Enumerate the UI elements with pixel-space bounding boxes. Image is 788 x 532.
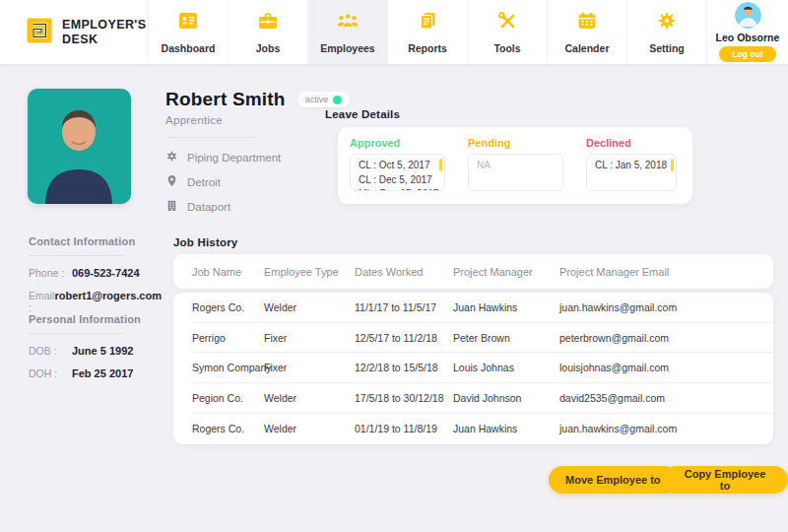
leave-item: CL : Jan 5, 2018 (595, 159, 668, 173)
nav-label: Jobs (256, 42, 281, 54)
doh-row: DOH : Feb 25 2017 (29, 367, 162, 379)
divider (29, 255, 124, 256)
nav-item-dashboard[interactable]: Dashboard (148, 0, 228, 64)
calendar-icon (575, 10, 599, 35)
location-label: Detroit (187, 176, 221, 188)
table-cell: Pegion Co. (192, 392, 264, 404)
nav-item-setting[interactable]: Setting (626, 0, 706, 64)
logout-button[interactable]: Log out (719, 46, 775, 62)
table-cell: 17/5/18 to 30/12/18 (355, 392, 453, 404)
nav-label: Setting (649, 42, 685, 54)
table-row: PerrigoFixer12/5/17 to 11/2/18Peter Brow… (192, 323, 773, 354)
column-header-project-manager-email: Project Manager Email (559, 266, 773, 278)
company-row: Dataport (165, 198, 281, 216)
table-cell: 11/1/17 to 11/5/17 (355, 301, 453, 313)
brand-logo[interactable]: EMPLOYER'S DESK (0, 0, 148, 64)
approved-leave-column: Approved CL : Oct 5, 2017CL : Dec 5, 201… (350, 137, 445, 191)
employee-meta: Piping Department Detroit (165, 149, 281, 216)
table-row: Pegion Co.Welder17/5/18 to 30/12/18David… (192, 383, 773, 414)
table-cell: 01/1/19 to 11/8/19 (355, 423, 453, 434)
table-cell: peterbrown@gmail.com (559, 332, 773, 344)
phone-value: 069-523-7424 (72, 267, 140, 279)
nav-item-calender[interactable]: Calender (547, 0, 626, 64)
scrollbar-thumb[interactable] (671, 159, 674, 171)
brand-name: EMPLOYER'S DESK (62, 18, 146, 47)
table-cell: Peter Brown (453, 332, 559, 344)
location-row: Detroit (165, 173, 281, 191)
brand-maze-icon (26, 17, 53, 48)
nav-label: Tools (493, 42, 520, 54)
table-cell: juan.hawkins@gmail.com (559, 423, 773, 434)
dob-row: DOB : June 5 1992 (29, 345, 162, 357)
move-employee-button[interactable]: Move Employee to (549, 466, 678, 494)
nav-label: Reports (408, 42, 447, 54)
status-label: active (305, 95, 329, 104)
nav-label: Employees (320, 42, 374, 54)
user-account-section: Leo Obsorne Log out (706, 0, 788, 64)
department-label: Piping Department (187, 152, 281, 164)
pending-label: Pending (468, 137, 563, 149)
table-cell: Welder (264, 392, 355, 404)
leave-item: ML : Dec 15, 2017 (359, 187, 436, 191)
declined-label: Declined (586, 137, 677, 149)
nav-item-jobs[interactable]: Jobs (228, 0, 307, 64)
company-label: Dataport (187, 201, 230, 213)
status-badge: active (297, 92, 351, 107)
table-cell: Welder (264, 301, 355, 313)
active-status-dot (333, 96, 342, 104)
dob-value: June 5 1992 (72, 345, 133, 357)
copy-employee-button[interactable]: Copy Employee to (662, 466, 788, 494)
table-cell: Welder (264, 423, 355, 434)
leave-item: CL : Oct 5, 2017 (359, 159, 436, 173)
gear-icon (655, 10, 679, 35)
employee-job-title: Apprentice (165, 114, 223, 126)
pending-leave-column: Pending NA (468, 137, 563, 191)
scrollbar-thumb[interactable] (439, 159, 442, 171)
leave-item: NA (477, 159, 555, 173)
nav-item-reports[interactable]: Reports (387, 0, 467, 64)
leave-item: CL : Dec 5, 2017 (359, 173, 436, 188)
column-header-job-name: Job Name (192, 266, 264, 278)
documents-icon (416, 10, 439, 35)
employers-desk-app: EMPLOYER'S DESK Dashboard (0, 0, 788, 532)
email-label: Email : (29, 290, 54, 313)
nav-item-employees[interactable]: Employees (307, 0, 387, 64)
table-cell: Fixer (264, 332, 355, 344)
top-navbar: EMPLOYER'S DESK Dashboard (0, 0, 788, 64)
people-icon (335, 10, 361, 35)
table-cell: Rogers Co. (192, 301, 264, 313)
email-value: robert1@rogers.com (54, 290, 162, 313)
tools-icon (495, 10, 519, 35)
department-row: Piping Department (165, 149, 281, 166)
declined-leave-list[interactable]: CL : Jan 5, 2018 (586, 154, 677, 191)
table-row: Symon CompanyFixer12/2/18 to 15/5/18Loui… (192, 353, 773, 383)
nav-label: Calender (565, 42, 610, 54)
approved-leave-list[interactable]: CL : Oct 5, 2017CL : Dec 5, 2017ML : Dec… (350, 154, 445, 191)
nav-label: Dashboard (162, 42, 216, 54)
department-gear-icon (165, 149, 178, 166)
personal-heading: Personal Information (29, 313, 162, 325)
table-cell: juan.hawkins@gmail.com (559, 301, 773, 313)
id-card-icon (176, 10, 200, 35)
leave-details-heading: Leave Details (325, 108, 400, 120)
table-cell: Louis Johnas (453, 362, 559, 373)
table-cell: Rogers Co. (192, 423, 264, 434)
job-history-table-body: Rogers Co.Welder11/1/17 to 11/5/17Juan H… (173, 293, 773, 444)
dob-label: DOB : (29, 345, 72, 357)
job-history-table-header: Job Name Employee Type Dates Worked Proj… (173, 254, 773, 289)
table-cell: david2535@gmail.com (559, 392, 773, 404)
table-row: Rogers Co.Welder11/1/17 to 11/5/17Juan H… (192, 293, 773, 323)
user-avatar[interactable] (735, 2, 761, 29)
pending-leave-list[interactable]: NA (468, 154, 563, 191)
doh-label: DOH : (29, 367, 72, 379)
approved-label: Approved (350, 137, 445, 149)
table-cell: 12/2/18 to 15/5/18 (355, 362, 453, 373)
job-history-heading: Job History (173, 236, 237, 248)
employee-photo (28, 89, 131, 204)
table-cell: Perrigo (192, 332, 264, 344)
nav-item-tools[interactable]: Tools (467, 0, 547, 64)
doh-value: Feb 25 2017 (72, 367, 133, 379)
briefcase-icon (256, 10, 280, 35)
phone-row: Phone : 069-523-7424 (29, 267, 162, 279)
email-row: Email : robert1@rogers.com (29, 290, 162, 313)
